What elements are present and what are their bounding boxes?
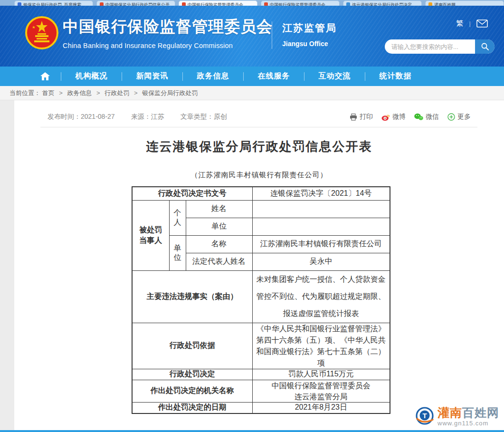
table-row: 行政处罚决定 罚款人民币115万元 — [132, 369, 390, 380]
breadcrumb-xingzheng[interactable]: 行政处罚 — [105, 89, 129, 96]
share-more-button[interactable]: 更多 — [447, 113, 471, 121]
weibo-icon — [381, 113, 390, 121]
gn115-logo-icon: T — [414, 405, 436, 427]
print-label: 打印 — [360, 113, 373, 121]
nav-item-zhengwu[interactable]: 政务信息 — [183, 71, 243, 81]
tab-label: 中国银行保险监督管理委员会 — [188, 2, 243, 6]
wechat-icon — [414, 113, 423, 121]
share-wechat-button[interactable]: 微信 — [414, 113, 439, 121]
legal-rep-label: 法定代表人姓名 — [186, 253, 252, 270]
basis-value: 《中华人民共和国银行业监督管理法》第四十六条第（五）项、《中华人民共和国商业银行… — [252, 323, 390, 369]
more-label: 更多 — [457, 113, 471, 121]
mail-icon[interactable] — [476, 19, 488, 28]
breadcrumb-separator: > — [134, 89, 138, 96]
article-type-value: 原创 — [214, 113, 227, 120]
tab-label: 灌南百姓网 — [434, 2, 456, 6]
meta-divider — [40, 127, 477, 127]
facts-label: 主要违法违规事实（案由） — [132, 270, 252, 323]
tab-favicon — [428, 2, 432, 6]
more-plus-icon — [447, 113, 455, 121]
decision-label: 行政处罚决定 — [132, 369, 252, 380]
tab-favicon — [264, 2, 268, 6]
site-watermark: T 灌南百姓网 www.gn115.com — [414, 405, 499, 427]
publish-time-label: 发布时间： — [48, 113, 81, 120]
search-button[interactable] — [475, 39, 494, 54]
browser-tab-bar: 银保监分局行政处罚_百度搜索 中国银保监分局行政处罚信息公开 中国银行保险监督管… — [0, 0, 504, 6]
breadcrumb-current[interactable]: 银保监分局行政处罚 — [142, 89, 198, 96]
printer-icon — [350, 114, 357, 121]
nav-item-zaixian[interactable]: 在线服务 — [244, 71, 304, 81]
tab-favicon — [100, 2, 104, 6]
individual-org-value — [252, 218, 390, 235]
watermark-brand: 灌南百姓网 — [437, 406, 499, 419]
source-label: 来源： — [131, 113, 151, 120]
search-icon — [481, 42, 489, 51]
page: 银保监分局行政处罚_百度搜索 中国银保监分局行政处罚信息公开 中国银行保险监督管… — [0, 0, 504, 432]
table-row: 被处罚 当事人 个人 姓名 — [132, 200, 390, 218]
party-label: 被处罚 当事人 — [132, 200, 169, 270]
breadcrumb-prefix: 当前位置： — [10, 89, 40, 96]
search-input[interactable] — [385, 39, 475, 54]
decision-date-label: 作出处罚决定的日期 — [132, 402, 252, 413]
breadcrumb-separator: > — [59, 89, 63, 96]
breadcrumb-home[interactable]: 首页 — [42, 89, 55, 96]
main-nav: 机构概况 新闻资讯 政务信息 在线服务 互动交流 统计数据 — [0, 67, 504, 86]
browser-tab[interactable]: 连云港银保监分局行政处罚决定 — [343, 0, 422, 6]
header-divider — [272, 21, 272, 49]
site-header: 中国银行保险监督管理委员会 China Banking and Insuranc… — [0, 6, 504, 67]
nav-item-tongji[interactable]: 统计数据 — [365, 71, 426, 81]
basis-label: 行政处罚依据 — [132, 323, 252, 369]
print-button[interactable]: 打印 — [350, 113, 373, 121]
wechat-label: 微信 — [426, 113, 439, 121]
utils-separator: | — [469, 20, 471, 27]
footer-strip — [0, 430, 504, 432]
unit-label: 单位 — [169, 235, 186, 270]
breadcrumb-separator: > — [96, 89, 100, 96]
unit-name-value: 江苏灌南民丰村镇银行有限责任公司 — [252, 235, 390, 253]
legal-rep-value: 吴永中 — [252, 253, 390, 270]
traditional-chinese-toggle[interactable]: 繁 — [456, 19, 464, 28]
site-search — [385, 39, 494, 54]
table-row: 行政处罚依据 《中华人民共和国银行业监督管理法》第四十六条第（五）项、《中华人民… — [132, 323, 390, 369]
article-type-label: 文章类型： — [181, 113, 214, 120]
site-title-cn: 中国银行保险监督管理委员会 — [63, 16, 273, 38]
tab-label: 银保监分局行政处罚_百度搜索 — [23, 2, 81, 6]
article-meta: 发布时间：2021-08-27 来源：江苏 文章类型：原创 打印 — [48, 112, 471, 122]
publish-time-value: 2021-08-27 — [81, 113, 115, 120]
individual-org-label: 单位 — [186, 218, 252, 235]
facts-value: 未对集团客户统一授信、个人贷款资金管控不到位、代为履职超过规定期限、报送虚假监管… — [252, 270, 390, 323]
table-row: 作出处罚决定的日期 2021年8月23日 — [132, 402, 390, 413]
browser-tab[interactable]: 中国银保监分局行政处罚信息公开 — [96, 0, 175, 6]
unit-name-label: 名称 — [186, 235, 252, 253]
browser-tab-active[interactable]: 中国银行保险监督管理委员会 — [179, 0, 257, 6]
watermark-brand-rest: 百姓网 — [462, 406, 499, 419]
tab-favicon — [346, 2, 350, 6]
tab-favicon — [182, 2, 186, 6]
tab-favicon — [18, 2, 21, 6]
share-weibo-button[interactable]: 微博 — [381, 113, 406, 121]
page-title: 连云港银保监分局行政处罚信息公开表 — [14, 138, 504, 155]
browser-tab[interactable]: 银保监分局行政处罚_百度搜索 — [14, 0, 93, 6]
doc-no-label: 行政处罚决定书文号 — [132, 187, 252, 200]
article-panel: 发布时间：2021-08-27 来源：江苏 文章类型：原创 打印 — [14, 100, 504, 430]
breadcrumb-zhengwu[interactable]: 政务信息 — [67, 89, 92, 96]
decision-value: 罚款人民币115万元 — [252, 369, 390, 380]
decision-date-value: 2021年8月23日 — [252, 402, 390, 413]
source-value: 江苏 — [151, 113, 164, 120]
national-emblem-logo — [25, 14, 59, 51]
nav-item-hudong[interactable]: 互动交流 — [304, 71, 365, 81]
tab-label: 中国银保监分局行政处罚信息公开 — [105, 2, 170, 6]
browser-tab[interactable]: 中国银行保险监督管理委员会 — [261, 0, 340, 6]
browser-tab[interactable]: 灌南百姓网 — [425, 0, 504, 6]
home-icon — [40, 72, 50, 81]
penalty-info-table: 行政处罚决定书文号 连银保监罚决字〔2021〕14号 被处罚 当事人 个人 姓名… — [132, 186, 390, 414]
svg-text:T: T — [422, 412, 427, 420]
table-row: 作出处罚决定的机关名称 中国银行保险监督管理委员会 连云港监管分局 — [132, 380, 390, 402]
nav-item-jigou[interactable]: 机构概况 — [61, 71, 122, 81]
breadcrumb: 当前位置： 首页 > 政务信息 > 行政处罚 > 银保监分局行政处罚 — [0, 86, 504, 100]
authority-value: 中国银行保险监督管理委员会 连云港监管分局 — [252, 380, 390, 402]
doc-no-value: 连银保监罚决字〔2021〕14号 — [252, 187, 390, 200]
office-title-en: Jiangsu Office — [282, 40, 337, 48]
nav-item-xinwen[interactable]: 新闻资讯 — [122, 71, 182, 81]
nav-home-button[interactable] — [29, 72, 61, 81]
